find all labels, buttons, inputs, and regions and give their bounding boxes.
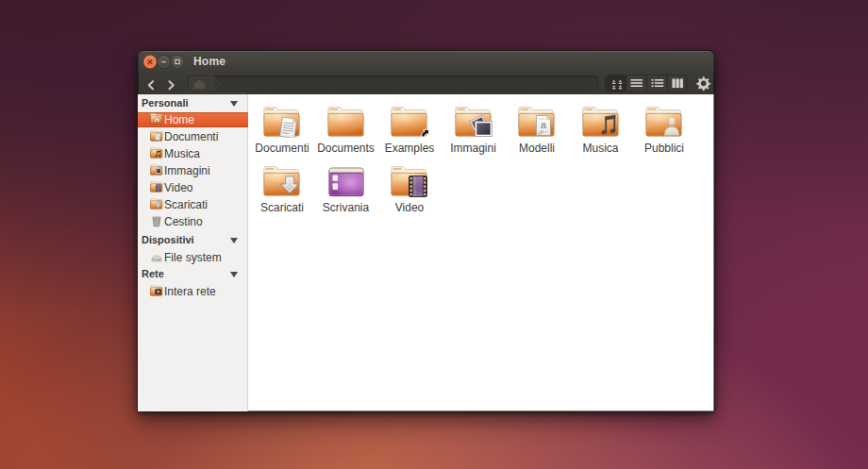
svg-text:a: a xyxy=(541,119,547,130)
